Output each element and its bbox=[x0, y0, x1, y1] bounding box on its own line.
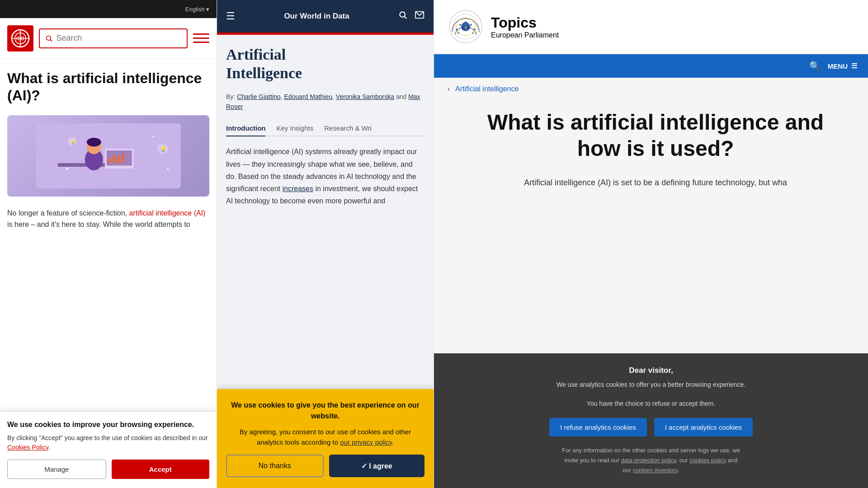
owid-author-3[interactable]: Veronika Samborska bbox=[336, 93, 394, 100]
ep-body-text: Artificial intelligence (AI) is set to b… bbox=[470, 176, 841, 190]
svg-text:★: ★ bbox=[465, 16, 467, 19]
ep-header: ★ ★ ★ ★ ★ ★ ★ ★ ★ Topics European Parlia… bbox=[434, 0, 868, 54]
owid-no-thanks-button[interactable]: No thanks bbox=[226, 455, 324, 477]
owid-tab-research[interactable]: Research & Wri bbox=[324, 121, 372, 136]
iso-topbar: English ▾ bbox=[0, 0, 217, 18]
iso-article-content: What is artificial intelligence (AI)? bbox=[0, 59, 217, 241]
iso-body-text: No longer a feature of science-fiction, … bbox=[7, 207, 209, 230]
svg-text:★: ★ bbox=[472, 31, 474, 34]
hamburger-menu[interactable] bbox=[193, 30, 209, 47]
svg-text:✦: ✦ bbox=[152, 135, 155, 139]
svg-point-6 bbox=[47, 36, 51, 40]
ep-breadcrumb-link[interactable]: Artificial intelligence bbox=[455, 85, 519, 93]
svg-text:★: ★ bbox=[458, 19, 460, 21]
ep-cookie-desc-1: We use analytics cookies to offer you a … bbox=[448, 380, 854, 389]
owid-agree-button[interactable]: ✓ I agree bbox=[329, 455, 425, 477]
svg-text:★: ★ bbox=[472, 19, 474, 21]
ep-refuse-button[interactable]: I refuse analytics cookies bbox=[549, 418, 647, 436]
ep-data-protection-link[interactable]: data protection policy bbox=[621, 457, 676, 464]
owid-author-1[interactable]: Charlie Giattino bbox=[237, 93, 281, 100]
svg-text:✦: ✦ bbox=[166, 167, 170, 171]
owid-increases-link[interactable]: increases bbox=[283, 185, 313, 192]
iso-manage-button[interactable]: Manage bbox=[7, 460, 106, 479]
owid-cookie-text: We use cookies to give you the best expe… bbox=[226, 400, 425, 422]
svg-text:★: ★ bbox=[455, 24, 457, 27]
ep-accept-analytics-button[interactable]: I accept analytics cookies bbox=[654, 418, 753, 436]
ep-search-icon[interactable]: 🔍 bbox=[809, 61, 821, 71]
svg-point-32 bbox=[456, 28, 458, 30]
owid-panel: ☰ Our World in Data ArtificialIntelligen… bbox=[217, 0, 434, 488]
svg-text:★: ★ bbox=[475, 24, 477, 27]
ep-org-name: European Parliament bbox=[491, 31, 559, 39]
owid-tab-key-insights[interactable]: Key Insights bbox=[276, 121, 313, 136]
svg-rect-18 bbox=[121, 153, 124, 163]
iso-cookie-text: By clicking "Accept" you agree to the us… bbox=[7, 433, 209, 452]
svg-text:★: ★ bbox=[458, 31, 460, 34]
svg-point-36 bbox=[474, 28, 476, 30]
iso-article-title: What is artificial intelligence (AI)? bbox=[7, 70, 209, 104]
owid-menu-icon[interactable]: ☰ bbox=[226, 10, 235, 22]
owid-page-title: ArtificialIntelligence bbox=[226, 46, 425, 83]
iso-header: ISO bbox=[0, 18, 217, 59]
breadcrumb-arrow-icon: ‹ bbox=[448, 85, 450, 93]
iso-cookie-policy-link[interactable]: Cookies Policy bbox=[7, 444, 48, 451]
ep-cookie-desc-2: You have the choice to refuse or accept … bbox=[448, 399, 854, 408]
ep-logo: ★ ★ ★ ★ ★ ★ ★ ★ ★ bbox=[448, 9, 484, 45]
ep-header-text: Topics European Parliament bbox=[491, 14, 559, 39]
owid-tab-introduction[interactable]: Introduction bbox=[226, 121, 265, 136]
iso-cookie-buttons: Manage Accept bbox=[7, 460, 209, 479]
iso-logo: ISO bbox=[7, 25, 33, 52]
ep-menu-lines-icon: ☰ bbox=[851, 62, 857, 70]
ep-topics-title: Topics bbox=[491, 14, 559, 31]
owid-cookie-buttons: No thanks ✓ I agree bbox=[226, 455, 425, 477]
iso-cookie-banner: We use cookies to improve your browsing … bbox=[0, 411, 217, 488]
ep-cookie-banner: Dear visitor, We use analytics cookies t… bbox=[434, 353, 868, 488]
ep-cookie-footer: For any information on the other cookies… bbox=[448, 446, 854, 475]
ep-article-title: What is artificial intelligence and how … bbox=[470, 109, 841, 161]
owid-author-2[interactable]: Edouard Mathieu bbox=[284, 93, 332, 100]
svg-text:ISO: ISO bbox=[16, 36, 24, 41]
owid-article-content: ArtificialIntelligence By: Charlie Giatt… bbox=[217, 35, 434, 218]
owid-privacy-link[interactable]: our privacy policy bbox=[340, 438, 392, 446]
svg-text:★: ★ bbox=[464, 25, 467, 29]
ep-article-content: What is artificial intelligence and how … bbox=[434, 100, 868, 199]
language-selector[interactable]: English ▾ bbox=[185, 6, 209, 13]
owid-header: ☰ Our World in Data bbox=[217, 0, 434, 33]
svg-point-12 bbox=[87, 138, 101, 146]
svg-line-27 bbox=[405, 17, 407, 19]
owid-cookie-banner: We use cookies to give you the best expe… bbox=[217, 389, 434, 488]
iso-ai-link[interactable]: artificial intelligence (AI) bbox=[129, 209, 205, 217]
iso-article-image: 💡 💡 ✦ ✦ ✦ bbox=[7, 115, 209, 197]
svg-point-35 bbox=[470, 24, 472, 26]
svg-text:💡: 💡 bbox=[71, 140, 76, 145]
svg-text:💡: 💡 bbox=[160, 146, 166, 152]
iso-panel: English ▾ ISO What bbox=[0, 0, 217, 488]
owid-site-title: Our World in Data bbox=[235, 11, 398, 21]
iso-cookie-title: We use cookies to improve your browsing … bbox=[7, 421, 209, 429]
search-icon bbox=[45, 34, 53, 42]
svg-point-33 bbox=[459, 24, 461, 26]
svg-rect-16 bbox=[113, 155, 115, 163]
owid-newsletter-icon[interactable] bbox=[415, 10, 425, 23]
owid-cookie-text-2: By agreeing, you consent to our use of c… bbox=[226, 427, 425, 447]
svg-text:★: ★ bbox=[465, 34, 467, 37]
owid-body-text: Artificial intelligence (AI) systems alr… bbox=[226, 145, 425, 207]
svg-line-7 bbox=[50, 40, 52, 42]
ep-cookie-buttons: I refuse analytics cookies I accept anal… bbox=[448, 418, 854, 436]
ep-cookie-dear: Dear visitor, bbox=[448, 366, 854, 375]
search-input[interactable] bbox=[57, 33, 181, 43]
ep-logo-container: ★ ★ ★ ★ ★ ★ ★ ★ ★ Topics European Parlia… bbox=[448, 9, 559, 45]
iso-search-bar[interactable] bbox=[39, 28, 188, 48]
owid-search-icon[interactable] bbox=[398, 10, 407, 22]
ep-panel: ★ ★ ★ ★ ★ ★ ★ ★ ★ Topics European Parlia… bbox=[434, 0, 868, 488]
ep-breadcrumb: ‹ Artificial intelligence bbox=[434, 78, 868, 100]
iso-accept-button[interactable]: Accept bbox=[112, 460, 210, 479]
svg-rect-15 bbox=[108, 158, 111, 163]
ep-cookies-inventory-link[interactable]: cookies inventory bbox=[633, 467, 678, 474]
ep-menu-button[interactable]: MENU ☰ bbox=[828, 62, 857, 70]
owid-tabs: Introduction Key Insights Research & Wri bbox=[226, 121, 425, 136]
svg-text:✦: ✦ bbox=[65, 166, 69, 171]
ep-cookies-policy-link[interactable]: cookies policy bbox=[689, 457, 726, 464]
svg-point-26 bbox=[400, 12, 405, 17]
ep-navbar: 🔍 MENU ☰ bbox=[434, 54, 868, 78]
